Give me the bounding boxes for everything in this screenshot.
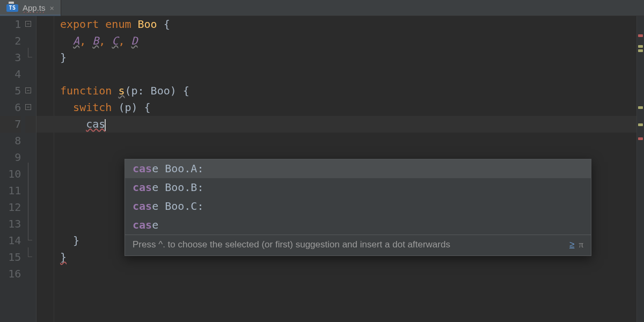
fold-gutter-row[interactable] (25, 99, 36, 116)
completion-hint: Press ^. to choose the selected (or firs… (125, 235, 591, 255)
editor: 12345678910111213141516 export enum Boo … (0, 16, 644, 322)
completion-item[interactable]: case Boo.C: (125, 197, 591, 216)
completion-item[interactable]: case Boo.A: (125, 159, 591, 178)
fold-toggle-icon[interactable] (25, 21, 31, 27)
code-line (36, 66, 636, 83)
text-caret (105, 119, 106, 131)
line-number: 16 (0, 266, 21, 282)
completion-hint-link[interactable]: ≥ (569, 239, 574, 250)
fold-gutter-row (25, 249, 36, 266)
completion-item[interactable]: case (125, 216, 591, 235)
error-marker[interactable] (638, 34, 643, 37)
line-number: 14 (0, 232, 21, 249)
fold-gutter-row (25, 166, 36, 182)
code-line: switch (p) { (36, 99, 636, 116)
error-stripe[interactable] (636, 16, 644, 322)
fold-gutter-row (25, 66, 36, 83)
code-line: export enum Boo { (36, 16, 636, 33)
fold-gutter-row (25, 133, 36, 149)
code-line (36, 266, 636, 282)
warning-marker[interactable] (638, 106, 643, 109)
code-pane[interactable]: export enum Boo { A, B, C, D } function … (36, 16, 636, 322)
fold-gutter-row (25, 216, 36, 232)
fold-line-icon (25, 216, 31, 232)
tab-app-ts[interactable]: TS App.ts × (0, 0, 61, 16)
code-line-current: cas (36, 116, 636, 133)
fold-toggle-icon[interactable] (25, 104, 31, 110)
line-number: 5 (0, 83, 21, 99)
warning-marker[interactable] (638, 45, 643, 48)
completion-item[interactable]: case Boo.B: (125, 178, 591, 197)
pi-icon[interactable]: π (579, 239, 583, 250)
line-number: 6 (0, 99, 21, 116)
completion-hint-text: Press ^. to choose the selected (or firs… (133, 239, 450, 250)
line-number: 2 (0, 33, 21, 49)
fold-gutter-row[interactable] (25, 16, 36, 33)
ide-frame: TS App.ts × 12345678910111213141516 expo… (0, 0, 644, 322)
line-number: 1 (0, 16, 21, 33)
tab-filename: App.ts (23, 3, 46, 13)
fold-end-icon (25, 237, 31, 243)
error-marker[interactable] (638, 137, 643, 140)
line-number: 8 (0, 133, 21, 149)
fold-gutter-row (25, 149, 36, 166)
line-number: 3 (0, 49, 21, 66)
fold-end-icon (25, 54, 31, 60)
warning-marker[interactable] (638, 123, 643, 126)
fold-toggle-icon[interactable] (25, 87, 31, 93)
line-numbers: 12345678910111213141516 (0, 16, 25, 322)
fold-gutter-row (25, 182, 36, 199)
fold-gutter-row (25, 116, 36, 133)
fold-gutter-row (25, 199, 36, 216)
line-number: 10 (0, 166, 21, 182)
code-line: function s(p: Boo) { (36, 83, 636, 99)
fold-end-icon (25, 254, 31, 260)
completion-popup: case Boo.A:case Boo.B:case Boo.C:case Pr… (125, 159, 591, 256)
code-line (36, 133, 636, 149)
fold-gutter-row[interactable] (25, 83, 36, 99)
close-icon[interactable]: × (50, 4, 54, 12)
fold-column (25, 16, 36, 322)
line-number: 9 (0, 149, 21, 166)
code-line: } (36, 49, 636, 66)
typescript-file-icon: TS (6, 4, 18, 12)
line-number: 7 (0, 116, 21, 133)
gutter: 12345678910111213141516 (0, 16, 36, 322)
fold-gutter-row (25, 49, 36, 66)
line-number: 15 (0, 249, 21, 266)
fold-gutter-row (25, 232, 36, 249)
line-number: 13 (0, 216, 21, 232)
fold-gutter-row (25, 33, 36, 49)
line-number: 11 (0, 182, 21, 199)
line-number: 4 (0, 66, 21, 83)
tab-bar: TS App.ts × (0, 0, 644, 16)
code-line: A, B, C, D (36, 33, 636, 49)
line-number: 12 (0, 199, 21, 216)
warning-marker[interactable] (638, 49, 643, 52)
fold-gutter-row (25, 266, 36, 282)
